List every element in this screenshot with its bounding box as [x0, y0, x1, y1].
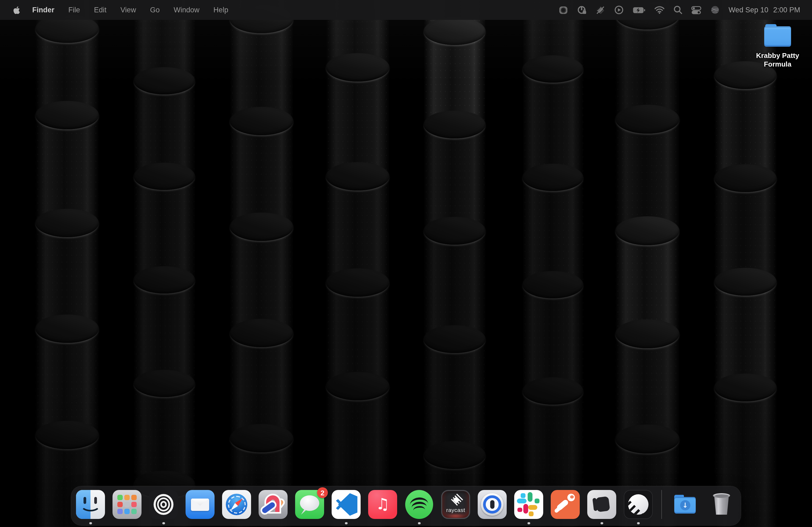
dock-item-music[interactable]: ♫: [368, 490, 397, 519]
control-center-icon[interactable]: [691, 4, 701, 16]
dock-item-slack[interactable]: [514, 490, 543, 519]
wallpaper-column: [714, 0, 777, 527]
menu-item-edit[interactable]: Edit: [94, 6, 106, 14]
dock-item-trash[interactable]: [707, 490, 736, 519]
mail-icon[interactable]: [186, 490, 215, 519]
dock-item-vscode[interactable]: [332, 490, 361, 519]
desktop-folder-krabby-patty-formula[interactable]: Krabby Patty Formula: [743, 24, 812, 69]
menu-item-go[interactable]: Go: [150, 6, 160, 14]
running-indicator-dot: [528, 522, 530, 524]
folder-icon[interactable]: [764, 24, 791, 48]
status-icons: [558, 4, 720, 16]
menu-bar-left: Finder FileEditViewGoWindowHelp: [13, 6, 228, 14]
launchpad-icon[interactable]: [113, 490, 142, 519]
dock-item-mail[interactable]: [186, 490, 215, 519]
menu-item-help[interactable]: Help: [214, 6, 229, 14]
running-indicator-dot: [162, 522, 165, 524]
dock-item-postman[interactable]: [551, 490, 580, 519]
dock-item-raycast[interactable]: raycast: [441, 490, 470, 519]
finder-icon[interactable]: [76, 490, 105, 519]
dock: 2♫raycast↓: [71, 486, 741, 525]
menu-item-window[interactable]: Window: [174, 6, 200, 14]
wallpaper-column: [134, 0, 195, 527]
wallpaper-column: [424, 0, 485, 527]
spotlight-search-icon[interactable]: [673, 4, 682, 16]
wallpaper-column: [35, 0, 99, 527]
power-lock-icon[interactable]: [577, 4, 587, 16]
linear-icon[interactable]: [624, 490, 653, 519]
wallpaper-column: [615, 0, 679, 527]
1password-icon[interactable]: [478, 490, 507, 519]
running-indicator-dot: [345, 522, 347, 524]
wallpaper: [0, 0, 812, 527]
slack-icon[interactable]: [514, 490, 543, 519]
raycast-icon[interactable]: raycast: [441, 490, 470, 519]
dock-item-arc[interactable]: [259, 490, 288, 519]
postman-icon[interactable]: [551, 490, 580, 519]
running-indicator-dot: [601, 522, 603, 524]
music-icon[interactable]: ♫: [368, 490, 397, 519]
wifi-icon[interactable]: [654, 4, 665, 16]
dock-item-spotify[interactable]: [405, 490, 434, 519]
dock-item-rings[interactable]: [149, 490, 178, 519]
rings-icon[interactable]: [149, 490, 178, 519]
running-indicator-dot: [637, 522, 640, 524]
running-indicator-dot: [418, 522, 420, 524]
dock-divider: [661, 490, 662, 519]
battery-charging-icon[interactable]: [632, 4, 645, 16]
spotify-icon[interactable]: [405, 490, 434, 519]
now-playing-icon[interactable]: [613, 4, 624, 16]
dia-icon[interactable]: [587, 490, 616, 519]
safari-icon[interactable]: [222, 490, 251, 519]
burst-icon[interactable]: [558, 4, 568, 16]
vscode-icon[interactable]: [332, 490, 361, 519]
wallpaper-column: [230, 0, 293, 527]
menu-bar-time[interactable]: 2:00 PM: [773, 6, 800, 14]
dock-item-downloads[interactable]: ↓: [670, 490, 699, 519]
dock-item-safari[interactable]: [222, 490, 251, 519]
menu-items: FileEditViewGoWindowHelp: [69, 6, 229, 14]
dock-item-1password[interactable]: [478, 490, 507, 519]
arc-icon[interactable]: [259, 490, 288, 519]
menu-bar-date[interactable]: Wed Sep 10: [728, 6, 768, 14]
dock-item-linear[interactable]: [624, 490, 653, 519]
notification-badge: 2: [317, 487, 328, 498]
raycast-label: raycast: [442, 507, 469, 513]
globe-icon[interactable]: [710, 4, 720, 16]
trash-icon[interactable]: [707, 490, 736, 519]
dock-item-dia[interactable]: [587, 490, 616, 519]
desktop-screen: Finder FileEditViewGoWindowHelp Wed Sep …: [0, 0, 812, 527]
menu-item-view[interactable]: View: [120, 6, 136, 14]
menu-bar-clock[interactable]: Wed Sep 10 2:00 PM: [728, 6, 800, 14]
dock-item-finder[interactable]: [76, 490, 105, 519]
folder-label: Krabby Patty Formula: [743, 51, 812, 69]
dock-item-messages[interactable]: 2: [295, 490, 324, 519]
menu-item-file[interactable]: File: [69, 6, 80, 14]
wallpaper-column: [523, 0, 583, 527]
hatched-slash-icon[interactable]: [595, 4, 605, 16]
downloads-icon[interactable]: ↓: [670, 490, 699, 519]
wallpaper-column: [326, 0, 389, 527]
active-app-name[interactable]: Finder: [32, 6, 55, 14]
running-indicator-dot: [89, 522, 92, 524]
menu-bar-status: Wed Sep 10 2:00 PM: [558, 4, 800, 16]
dock-item-launchpad[interactable]: [113, 490, 142, 519]
menu-bar: Finder FileEditViewGoWindowHelp Wed Sep …: [0, 0, 812, 20]
apple-menu-icon[interactable]: [13, 6, 20, 14]
